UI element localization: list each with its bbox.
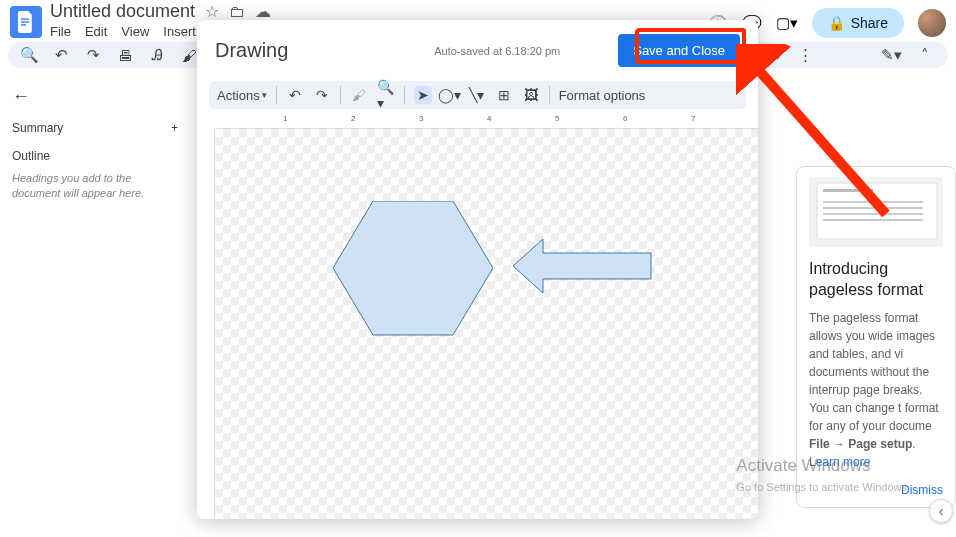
menu-edit[interactable]: Edit xyxy=(85,24,107,39)
promo-title: Introducing pageless format xyxy=(809,259,943,301)
paint-format-icon[interactable]: 🖌 xyxy=(350,86,368,104)
image-icon[interactable]: 🖼 xyxy=(522,86,540,104)
tutorial-highlight-box xyxy=(635,29,745,63)
svg-marker-9 xyxy=(333,201,493,335)
ruler-vertical xyxy=(197,129,215,519)
undo-icon[interactable]: ↶ xyxy=(286,86,304,104)
explore-button[interactable]: ‹ xyxy=(929,499,953,523)
shape-icon[interactable]: ◯▾ xyxy=(441,86,459,104)
drawing-canvas[interactable] xyxy=(215,129,758,519)
arrow-shape[interactable] xyxy=(513,239,653,294)
autosave-status: Auto-saved at 6.18:20 pm xyxy=(434,45,560,57)
menu-view[interactable]: View xyxy=(121,24,149,39)
menu-insert[interactable]: Insert xyxy=(163,24,196,39)
svg-rect-8 xyxy=(823,219,923,221)
svg-rect-1 xyxy=(21,21,29,22)
svg-rect-0 xyxy=(21,18,29,19)
add-summary-icon[interactable]: + xyxy=(171,121,178,135)
drawing-toolbar: Actions▾ ↶ ↷ 🖌 🔍▾ ➤ ◯▾ ╲▾ ⊞ 🖼 Format opt… xyxy=(209,81,746,109)
line-icon[interactable]: ╲▾ xyxy=(468,86,486,104)
summary-label: Summary xyxy=(12,121,63,135)
windows-watermark: Activate Windows Go to Settings to activ… xyxy=(736,453,910,495)
outline-hint: Headings you add to the document will ap… xyxy=(12,171,178,202)
svg-marker-10 xyxy=(513,239,651,293)
pen-icon[interactable]: ✎▾ xyxy=(880,46,902,64)
promo-body: The pageless format allows you wide imag… xyxy=(809,309,943,471)
ruler-horizontal: 1 2 3 4 5 6 7 xyxy=(215,111,758,129)
meet-icon[interactable]: ▢▾ xyxy=(776,14,798,32)
actions-dropdown[interactable]: Actions▾ xyxy=(217,88,267,103)
checklist-icon[interactable]: ☰▾ xyxy=(760,46,782,64)
promo-thumbnail xyxy=(809,177,943,247)
doc-title[interactable]: Untitled document xyxy=(50,1,195,22)
svg-rect-6 xyxy=(823,207,923,209)
menu-file[interactable]: File xyxy=(50,24,71,39)
search-icon[interactable]: 🔍 xyxy=(18,46,40,64)
svg-rect-4 xyxy=(823,189,873,192)
star-icon[interactable]: ☆ xyxy=(205,2,219,21)
format-options[interactable]: Format options xyxy=(559,88,646,103)
svg-rect-5 xyxy=(823,201,923,203)
cloud-icon[interactable]: ☁ xyxy=(255,2,271,21)
outline-label: Outline xyxy=(12,149,178,163)
collapse-icon[interactable]: ˄ xyxy=(914,46,936,64)
move-icon[interactable]: 🗀 xyxy=(229,3,245,21)
redo-icon[interactable]: ↷ xyxy=(313,86,331,104)
drawing-modal: Drawing Auto-saved at 6.18:20 pm Save an… xyxy=(197,20,758,519)
lock-icon: 🔒 xyxy=(828,15,845,31)
avatar[interactable] xyxy=(918,9,946,37)
more-icon[interactable]: ⋮ xyxy=(794,46,816,64)
share-button[interactable]: 🔒 Share xyxy=(812,8,904,38)
docs-app-icon[interactable] xyxy=(10,6,42,38)
svg-rect-2 xyxy=(21,24,26,25)
spellcheck-icon[interactable]: Ꭿ xyxy=(146,46,168,64)
select-icon[interactable]: ➤ xyxy=(414,86,432,104)
textbox-icon[interactable]: ⊞ xyxy=(495,86,513,104)
print-icon[interactable]: 🖶 xyxy=(114,47,136,64)
undo-icon[interactable]: ↶ xyxy=(50,46,72,64)
modal-title: Drawing xyxy=(215,39,288,62)
outline-panel: ← Summary + Outline Headings you add to … xyxy=(0,72,190,532)
back-icon[interactable]: ← xyxy=(12,86,178,107)
zoom-icon[interactable]: 🔍▾ xyxy=(377,86,395,104)
share-label: Share xyxy=(851,15,888,31)
redo-icon[interactable]: ↷ xyxy=(82,46,104,64)
svg-rect-7 xyxy=(823,213,923,215)
hexagon-shape[interactable] xyxy=(333,201,493,336)
